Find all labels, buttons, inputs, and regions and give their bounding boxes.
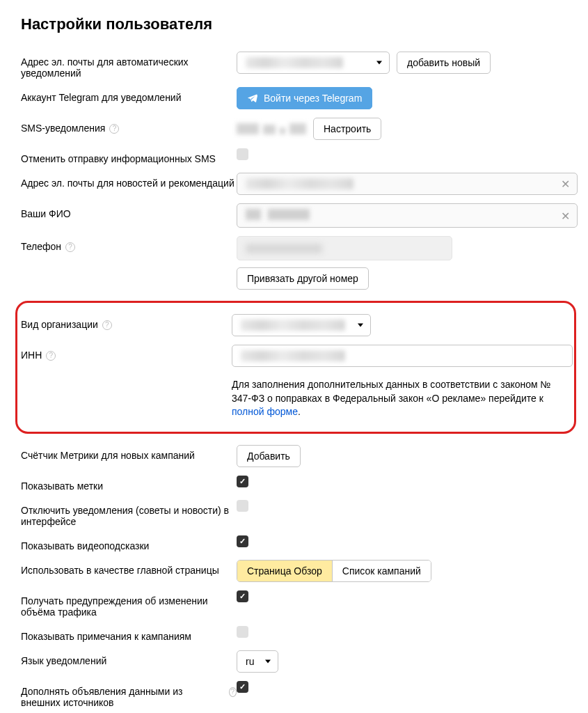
label-traffic-warn: Получать предупреждения об изменении объ…: [21, 590, 237, 618]
redacted-value: [246, 178, 353, 189]
label-notif-lang: Язык уведомлений: [21, 650, 237, 666]
disable-tips-checkbox[interactable]: [237, 500, 248, 512]
label-disable-tips: Отключить уведомления (советы и новости)…: [21, 500, 237, 527]
row-org-type: Вид организации ?: [21, 310, 567, 340]
add-email-button[interactable]: добавить новый: [397, 52, 491, 74]
chevron-down-icon: [265, 659, 271, 663]
inn-hint: Для заполнения дополнительных данных в с…: [232, 378, 573, 419]
label-external-data: Дополнять объявления данными из внешних …: [21, 681, 237, 708]
redacted-value: [241, 320, 345, 331]
full-form-link[interactable]: полной форме: [232, 406, 298, 417]
row-sms: SMS-уведомления ? Настроить: [21, 113, 567, 144]
help-icon[interactable]: ?: [46, 351, 56, 361]
row-tags: Показывать метки: [21, 471, 567, 496]
row-homepage: Использовать в качестве главной страницы…: [21, 556, 567, 586]
external-data-checkbox[interactable]: [237, 681, 248, 693]
redacted-value: [237, 123, 306, 134]
label-email-notify: Адрес эл. почты для автоматических уведо…: [21, 52, 237, 79]
bind-phone-button[interactable]: Привязать другой номер: [237, 267, 369, 290]
telegram-login-button[interactable]: Войти через Telegram: [237, 87, 372, 109]
row-disable-tips: Отключить уведомления (советы и новости)…: [21, 496, 567, 531]
redacted-value: [241, 350, 345, 361]
row-metrika: Счётчик Метрики для новых кампаний Добав…: [21, 441, 567, 471]
news-email-input[interactable]: ✕: [237, 173, 578, 195]
label-fio: Ваши ФИО: [21, 203, 237, 219]
tags-checkbox[interactable]: [237, 476, 248, 487]
clear-icon[interactable]: ✕: [561, 178, 570, 191]
row-traffic-warn: Получать предупреждения об изменении объ…: [21, 586, 567, 622]
row-notif-lang: Язык уведомлений ru: [21, 646, 567, 677]
campaign-notes-checkbox[interactable]: [237, 626, 248, 638]
row-video-hints: Показывать видеоподсказки: [21, 531, 567, 556]
label-tags: Показывать метки: [21, 476, 237, 492]
notif-lang-select[interactable]: ru: [237, 650, 278, 673]
sms-configure-button[interactable]: Настроить: [313, 118, 381, 140]
label-homepage: Использовать в качестве главной страницы: [21, 560, 237, 576]
chevron-down-icon: [376, 61, 382, 65]
label-cancel-sms: Отменить отправку информационных SMS: [21, 148, 237, 164]
row-campaign-notes: Показывать примечания к кампаниям: [21, 622, 567, 646]
label-campaign-notes: Показывать примечания к кампаниям: [21, 626, 237, 642]
row-inn: ИНН ? Для заполнения дополнительных данн…: [21, 340, 567, 423]
homepage-segment: Страница Обзор Список кампаний: [237, 560, 431, 582]
label-news-email: Адрес эл. почты для новостей и рекоменда…: [21, 173, 237, 189]
redacted-value: [246, 57, 343, 68]
row-news-email: Адрес эл. почты для новостей и рекоменда…: [21, 169, 567, 199]
clear-icon[interactable]: ✕: [561, 209, 570, 222]
page-title: Настройки пользователя: [21, 15, 567, 33]
redacted-value: [246, 244, 322, 253]
traffic-warn-checkbox[interactable]: [237, 590, 248, 602]
help-icon[interactable]: ?: [229, 687, 237, 697]
org-type-select[interactable]: [232, 314, 371, 336]
cancel-sms-checkbox[interactable]: [237, 148, 248, 160]
help-icon[interactable]: ?: [102, 320, 112, 330]
inn-input[interactable]: [232, 345, 573, 367]
redacted-value: [246, 209, 310, 222]
label-metrika: Счётчик Метрики для новых кампаний: [21, 445, 237, 461]
label-video-hints: Показывать видеоподсказки: [21, 535, 237, 551]
fio-input[interactable]: ✕: [237, 203, 578, 228]
label-sms: SMS-уведомления ?: [21, 118, 237, 134]
row-email-notify: Адрес эл. почты для автоматических уведо…: [21, 47, 567, 83]
row-cancel-sms: Отменить отправку информационных SMS: [21, 144, 567, 169]
label-inn: ИНН ?: [21, 345, 232, 361]
row-telegram: Аккаунт Telegram для уведомлений Войти ч…: [21, 83, 567, 113]
homepage-opt-overview[interactable]: Страница Обзор: [237, 561, 332, 581]
homepage-opt-campaigns[interactable]: Список кампаний: [332, 561, 431, 581]
row-phone: Телефон ? Привязать другой номер: [21, 232, 567, 294]
video-hints-checkbox[interactable]: [237, 535, 248, 547]
label-phone: Телефон ?: [21, 236, 237, 252]
telegram-icon: [247, 93, 258, 104]
help-icon[interactable]: ?: [65, 242, 75, 252]
phone-display: [237, 236, 452, 260]
metrika-add-button[interactable]: Добавить: [237, 445, 301, 467]
label-org-type: Вид организации ?: [21, 314, 232, 330]
email-notify-select[interactable]: [237, 52, 390, 74]
label-telegram: Аккаунт Telegram для уведомлений: [21, 87, 237, 103]
help-icon[interactable]: ?: [109, 124, 119, 134]
highlight-org-inn: Вид организации ? ИНН ? Для заполнения д…: [15, 301, 576, 434]
row-fio: Ваши ФИО ✕: [21, 199, 567, 232]
row-external-data: Дополнять объявления данными из внешних …: [21, 677, 567, 712]
chevron-down-icon: [358, 324, 363, 327]
